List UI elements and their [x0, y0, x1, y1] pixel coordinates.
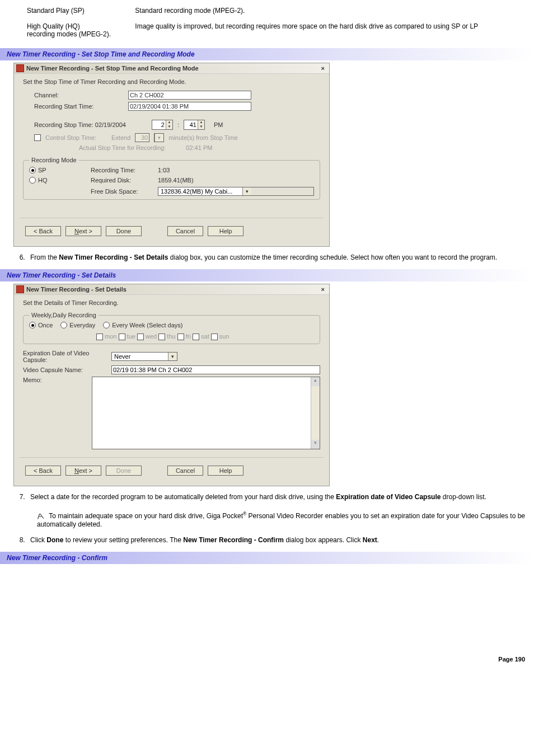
recording-mode-group: Recording Mode SP HQ Recording Time: 1:0…	[23, 157, 320, 200]
sun-label: sun	[219, 333, 229, 340]
stop-minute-input[interactable]	[184, 120, 198, 129]
once-label: Once	[38, 322, 53, 328]
wed-label: wed	[146, 333, 157, 340]
extend-unit: minute(s) from Stop Time	[168, 134, 237, 141]
thu-checkbox	[158, 334, 165, 340]
channel-field[interactable]: Ch 2 CH002	[128, 91, 251, 100]
scrollbar[interactable]: ▴▾	[311, 377, 320, 449]
sat-label: sat	[201, 333, 209, 340]
titlebar: New Timer Recording - Set Stop Time and …	[14, 63, 329, 74]
everyweek-radio[interactable]	[103, 322, 110, 328]
everyday-radio[interactable]	[60, 322, 67, 328]
section-set-details: New Timer Recording - Set Details	[0, 269, 534, 281]
note-icon	[37, 513, 47, 520]
fri-label: fri	[186, 333, 191, 340]
free-disk-value[interactable]	[158, 187, 242, 195]
dialog-set-stop-time: New Timer Recording - Set Stop Time and …	[13, 63, 330, 247]
hq-term: High Quality (HQ)	[27, 22, 133, 30]
control-stop-checkbox[interactable]	[34, 134, 41, 141]
dialog-set-details: New Timer Recording - Set Details × Set …	[13, 284, 330, 486]
extend-dropdown: ▾	[154, 133, 164, 142]
free-disk-label: Free Disk Space:	[91, 188, 152, 195]
stop-minute-stepper[interactable]: ▲▼	[184, 120, 205, 130]
cancel-button[interactable]: Cancel	[167, 226, 203, 236]
extend-field: 30	[135, 133, 149, 142]
chevron-up-icon[interactable]: ▲	[166, 120, 172, 125]
capsule-name-label: Video Capsule Name:	[23, 367, 107, 373]
cancel-button[interactable]: Cancel	[167, 466, 203, 476]
sp-desc: Standard recording mode (MPEG-2).	[135, 7, 245, 15]
app-icon	[16, 64, 24, 72]
expiration-label: Expiration Date of Video Capsule:	[23, 350, 107, 363]
dialog-title: New Timer Recording - Set Stop Time and …	[26, 65, 317, 72]
stop-hour-stepper[interactable]: ▲▼	[152, 120, 173, 130]
dialog-instruction: Set the Details of Timer Recording.	[23, 299, 320, 306]
rec-time-value: 1:03	[158, 167, 314, 173]
page-number: Page 190	[498, 656, 525, 663]
capsule-name-field[interactable]	[111, 365, 320, 374]
expiration-dropdown[interactable]: ▾	[111, 352, 177, 361]
mon-checkbox	[96, 334, 103, 340]
done-button: Done	[106, 466, 142, 476]
rec-time-label: Recording Time:	[91, 167, 152, 173]
hq-radio[interactable]	[29, 177, 36, 184]
sp-term: Standard Play (SP)	[27, 7, 133, 15]
close-icon[interactable]: ×	[319, 65, 327, 72]
chevron-down-icon[interactable]: ▾	[311, 440, 320, 449]
start-time-field[interactable]: 02/19/2004 01:38 PM	[128, 102, 251, 111]
next-button[interactable]: NNext >ext >	[65, 226, 101, 236]
fri-checkbox	[177, 334, 184, 340]
list-item: Click Done to review your setting prefer…	[27, 536, 530, 544]
list-item: Select a date for the recorded program t…	[27, 493, 530, 528]
back-button[interactable]: < Back	[25, 226, 61, 236]
section-set-stop-time: New Timer Recording - Set Stop Time and …	[0, 48, 534, 60]
chevron-down-icon[interactable]: ▾	[242, 187, 251, 195]
ampm-label: PM	[214, 121, 223, 128]
list-item: From the New Timer Recording - Set Detai…	[27, 253, 530, 261]
control-stop-label: Control Stop Time:	[45, 134, 107, 141]
dialog-title: New Timer Recording - Set Details	[26, 286, 317, 293]
everyday-label: Everyday	[69, 322, 95, 328]
back-button[interactable]: < Back	[25, 466, 61, 476]
extend-label: Extend	[111, 134, 130, 141]
chevron-down-icon[interactable]: ▾	[168, 353, 177, 360]
weekly-daily-group: Weekly,Daily Recording Once Everyday Eve…	[23, 312, 320, 344]
section-confirm: New Timer Recording - Confirm	[0, 552, 534, 564]
help-button[interactable]: Help	[208, 466, 243, 476]
app-icon	[16, 285, 24, 293]
chevron-down-icon[interactable]: ▼	[198, 125, 204, 129]
once-radio[interactable]	[29, 322, 36, 328]
sun-checkbox	[211, 334, 218, 340]
help-button[interactable]: Help	[208, 226, 243, 236]
channel-label: Channel:	[34, 92, 124, 98]
req-disk-label: Required Disk:	[91, 177, 152, 184]
chevron-up-icon[interactable]: ▲	[198, 120, 204, 125]
memo-field[interactable]: ▴▾	[92, 377, 320, 449]
chevron-down-icon: ▾	[154, 134, 163, 142]
sp-radio-label: SP	[38, 167, 46, 173]
tue-label: tue	[127, 333, 135, 340]
weekly-daily-legend: Weekly,Daily Recording	[29, 312, 99, 318]
titlebar: New Timer Recording - Set Details ×	[14, 284, 329, 295]
sat-checkbox	[193, 334, 199, 340]
actual-stop-label: Actual Stop Time for Recording:	[79, 144, 166, 151]
recording-mode-legend: Recording Mode	[29, 157, 79, 163]
sp-radio[interactable]	[29, 167, 36, 173]
expiration-value[interactable]	[112, 353, 168, 360]
mon-label: mon	[105, 333, 116, 340]
next-button[interactable]: Next >Next >	[65, 466, 101, 476]
actual-stop-value: 02:41 PM	[186, 144, 212, 151]
chevron-down-icon[interactable]: ▼	[166, 125, 172, 129]
close-icon[interactable]: ×	[319, 286, 327, 293]
done-button[interactable]: Done	[106, 226, 142, 236]
wed-checkbox	[137, 334, 144, 340]
stop-time-label: Recording Stop Time: 02/19/2004	[34, 121, 126, 128]
everyweek-label: Every Week (Select days)	[112, 322, 182, 328]
dialog-instruction: Set the Stop Time of Timer Recording and…	[23, 78, 320, 85]
tue-checkbox	[119, 334, 125, 340]
free-disk-dropdown[interactable]: ▾	[158, 187, 314, 196]
chevron-up-icon[interactable]: ▴	[311, 377, 320, 386]
stop-hour-input[interactable]	[152, 120, 166, 129]
thu-label: thu	[167, 333, 175, 340]
start-time-label: Recording Start Time:	[34, 103, 124, 110]
